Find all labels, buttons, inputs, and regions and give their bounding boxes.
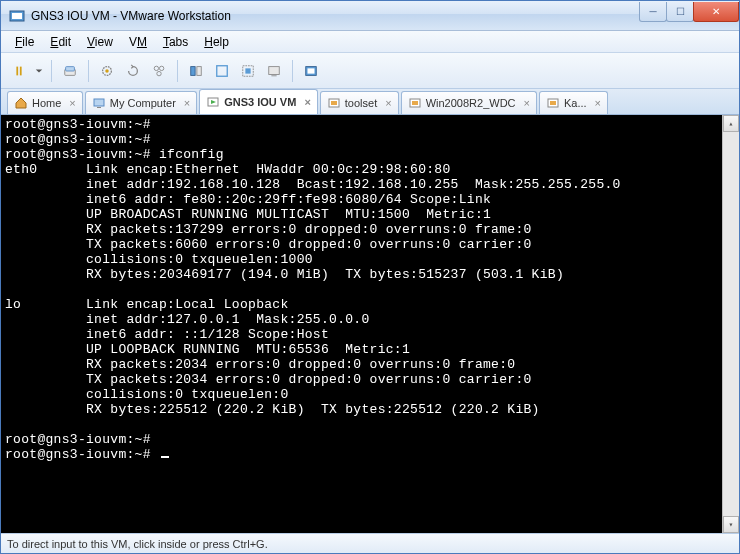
power-dropdown[interactable] (33, 59, 45, 83)
terminal-line: RX bytes:225512 (220.2 KiB) TX bytes:225… (5, 402, 540, 417)
svg-rect-19 (308, 68, 315, 73)
svg-rect-12 (197, 66, 201, 75)
separator (88, 60, 89, 82)
svg-rect-11 (191, 66, 195, 75)
window-title: GNS3 IOU VM - VMware Workstation (31, 9, 640, 23)
svg-rect-28 (550, 101, 556, 105)
tab-ka[interactable]: Ka... × (539, 91, 608, 114)
fit-guest-button[interactable] (184, 59, 208, 83)
home-icon (14, 96, 28, 110)
revert-button[interactable] (121, 59, 145, 83)
terminal-line: inet6 addr: fe80::20c:29ff:fe98:6080/64 … (5, 192, 491, 207)
tab-label: My Computer (110, 97, 176, 109)
svg-rect-24 (331, 101, 337, 105)
svg-rect-20 (94, 99, 104, 106)
menu-tabs[interactable]: Tabs (155, 33, 196, 51)
menu-edit[interactable]: Edit (42, 33, 79, 51)
tabbar: Home × My Computer × GNS3 IOU VM × tools… (1, 89, 739, 115)
terminal-line: RX packets:137299 errors:0 dropped:0 ove… (5, 222, 532, 237)
minimize-button[interactable]: ─ (639, 2, 667, 22)
terminal-line: TX packets:6060 errors:0 dropped:0 overr… (5, 237, 532, 252)
terminal-line: eth0 Link encap:Ethernet HWaddr 00:0c:29… (5, 162, 451, 177)
vm-icon (546, 96, 560, 110)
scroll-down-button[interactable]: ▾ (723, 516, 739, 533)
terminal-line: collisions:0 txqueuelen:1000 (5, 252, 313, 267)
menu-view[interactable]: View (79, 33, 121, 51)
vm-running-icon (206, 95, 220, 109)
svg-rect-16 (269, 66, 280, 74)
menu-vm[interactable]: VM (121, 33, 155, 51)
close-icon[interactable]: × (595, 97, 601, 109)
terminal-line: lo Link encap:Local Loopback (5, 297, 289, 312)
fullscreen-button[interactable] (210, 59, 234, 83)
cursor (161, 456, 169, 458)
separator (292, 60, 293, 82)
separator (51, 60, 52, 82)
tab-label: Win2008R2_WDC (426, 97, 516, 109)
terminal-line: TX packets:2034 errors:0 dropped:0 overr… (5, 372, 532, 387)
scroll-track[interactable] (723, 132, 739, 516)
send-ctrl-alt-del-button[interactable] (58, 59, 82, 83)
tab-label: Ka... (564, 97, 587, 109)
separator (177, 60, 178, 82)
tab-toolset[interactable]: toolset × (320, 91, 399, 114)
manage-snapshots-button[interactable] (147, 59, 171, 83)
terminal-line: root@gns3-iouvm:~# (5, 117, 151, 132)
terminal-line: inet addr:192.168.10.128 Bcast:192.168.1… (5, 177, 621, 192)
close-icon[interactable]: × (69, 97, 75, 109)
vm-icon (327, 96, 341, 110)
toolbar (1, 53, 739, 89)
terminal-line: root@gns3-iouvm:~# ifconfig (5, 147, 224, 162)
window-controls: ─ ☐ ✕ (640, 2, 739, 22)
svg-rect-5 (66, 66, 75, 70)
terminal-line: UP LOOPBACK RUNNING MTU:65536 Metric:1 (5, 342, 410, 357)
terminal-line: inet addr:127.0.0.1 Mask:255.0.0.0 (5, 312, 370, 327)
menubar: File Edit View VM Tabs Help (1, 31, 739, 53)
power-on-button[interactable] (7, 59, 31, 83)
vm-icon (408, 96, 422, 110)
tab-label: toolset (345, 97, 377, 109)
svg-point-10 (157, 71, 161, 75)
terminal-line: inet6 addr: ::1/128 Scope:Host (5, 327, 329, 342)
terminal-line: RX packets:2034 errors:0 dropped:0 overr… (5, 357, 515, 372)
unity-button[interactable] (236, 59, 260, 83)
tab-label: GNS3 IOU VM (224, 96, 296, 108)
terminal-line: collisions:0 txqueuelen:0 (5, 387, 289, 402)
tab-mycomputer[interactable]: My Computer × (85, 91, 197, 114)
titlebar[interactable]: GNS3 IOU VM - VMware Workstation ─ ☐ ✕ (1, 1, 739, 31)
terminal-line: root@gns3-iouvm:~# (5, 132, 151, 147)
close-icon[interactable]: × (524, 97, 530, 109)
terminal-line: RX bytes:203469177 (194.0 MiB) TX bytes:… (5, 267, 564, 282)
close-icon[interactable]: × (385, 97, 391, 109)
snapshot-button[interactable] (95, 59, 119, 83)
close-icon[interactable]: × (184, 97, 190, 109)
tab-win2008[interactable]: Win2008R2_WDC × (401, 91, 537, 114)
status-message: To direct input to this VM, click inside… (7, 538, 268, 550)
scroll-up-button[interactable]: ▴ (723, 115, 739, 132)
app-icon (9, 8, 25, 24)
svg-rect-26 (412, 101, 418, 105)
statusbar: To direct input to this VM, click inside… (1, 533, 739, 553)
menu-file[interactable]: File (7, 33, 42, 51)
tab-gns3-active[interactable]: GNS3 IOU VM × (199, 89, 318, 114)
computer-icon (92, 96, 106, 110)
app-window: GNS3 IOU VM - VMware Workstation ─ ☐ ✕ F… (0, 0, 740, 554)
terminal-line: UP BROADCAST RUNNING MULTICAST MTU:1500 … (5, 207, 491, 222)
svg-rect-15 (245, 68, 250, 73)
terminal-scrollbar[interactable]: ▴ ▾ (722, 115, 739, 533)
terminal-viewport[interactable]: root@gns3-iouvm:~# root@gns3-iouvm:~# ro… (1, 115, 739, 533)
svg-point-7 (105, 69, 109, 73)
console-view-button[interactable] (262, 59, 286, 83)
menu-help[interactable]: Help (196, 33, 237, 51)
thumbnail-button[interactable] (299, 59, 323, 83)
close-icon[interactable]: × (304, 96, 310, 108)
tab-label: Home (32, 97, 61, 109)
svg-point-9 (159, 66, 163, 70)
close-button[interactable]: ✕ (693, 2, 739, 22)
terminal-line: root@gns3-iouvm:~# (5, 447, 169, 462)
tab-home[interactable]: Home × (7, 91, 83, 114)
svg-rect-1 (12, 13, 22, 19)
svg-rect-3 (20, 66, 22, 75)
maximize-button[interactable]: ☐ (666, 2, 694, 22)
terminal-line: root@gns3-iouvm:~# (5, 432, 151, 447)
